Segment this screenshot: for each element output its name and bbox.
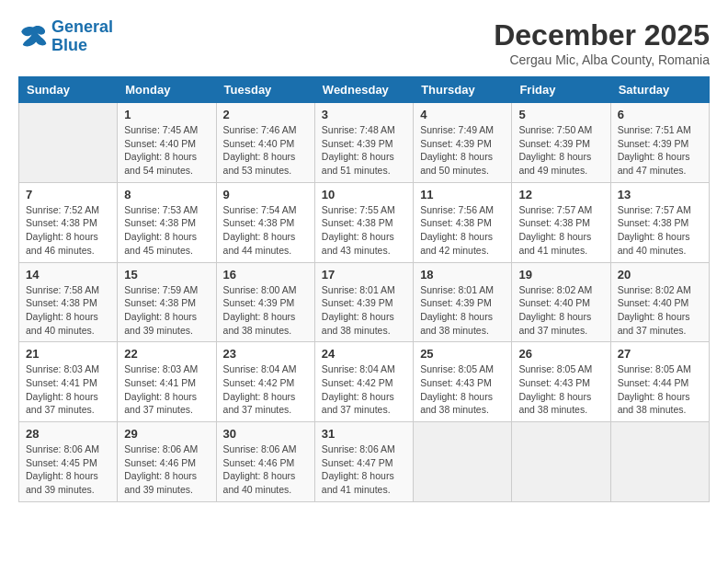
day-number: 13	[618, 188, 702, 201]
day-number: 31	[322, 427, 406, 441]
day-number: 9	[223, 188, 308, 201]
calendar-cell: 30Sunrise: 8:06 AMSunset: 4:46 PMDayligh…	[216, 422, 314, 502]
day-of-week-header: Tuesday	[216, 77, 314, 103]
day-info: Sunrise: 7:51 AMSunset: 4:39 PMDaylight:…	[618, 123, 702, 178]
calendar-cell: 9Sunrise: 7:54 AMSunset: 4:38 PMDaylight…	[216, 182, 314, 262]
calendar-cell: 4Sunrise: 7:49 AMSunset: 4:39 PMDaylight…	[414, 103, 512, 183]
day-number: 22	[124, 347, 209, 361]
day-number: 11	[420, 188, 505, 201]
day-info: Sunrise: 8:06 AMSunset: 4:46 PMDaylight:…	[124, 442, 209, 497]
day-number: 4	[420, 108, 505, 121]
day-info: Sunrise: 7:56 AMSunset: 4:38 PMDaylight:…	[420, 203, 505, 258]
logo-icon	[18, 24, 48, 50]
calendar-cell: 23Sunrise: 8:04 AMSunset: 4:42 PMDayligh…	[216, 342, 314, 422]
calendar-cell: 10Sunrise: 7:55 AMSunset: 4:38 PMDayligh…	[314, 182, 413, 262]
day-info: Sunrise: 8:01 AMSunset: 4:39 PMDaylight:…	[322, 283, 406, 338]
day-number: 20	[618, 268, 702, 282]
day-number: 17	[322, 268, 406, 282]
calendar-cell: 14Sunrise: 7:58 AMSunset: 4:38 PMDayligh…	[19, 262, 118, 342]
day-info: Sunrise: 8:05 AMSunset: 4:44 PMDaylight:…	[618, 362, 702, 417]
day-number: 2	[223, 108, 308, 121]
day-number: 8	[124, 188, 209, 201]
day-number: 28	[26, 427, 110, 441]
calendar-table: SundayMondayTuesdayWednesdayThursdayFrid…	[18, 76, 710, 502]
calendar-cell	[610, 422, 709, 502]
day-number: 18	[420, 268, 505, 282]
day-number: 24	[322, 347, 406, 361]
day-info: Sunrise: 7:53 AMSunset: 4:38 PMDaylight:…	[124, 203, 209, 258]
month-title: December 2025	[494, 18, 710, 52]
day-number: 1	[124, 108, 209, 121]
day-number: 30	[223, 427, 308, 441]
day-number: 26	[518, 347, 603, 361]
day-of-week-header: Friday	[512, 77, 610, 103]
calendar-cell: 7Sunrise: 7:52 AMSunset: 4:38 PMDaylight…	[19, 182, 118, 262]
day-info: Sunrise: 7:57 AMSunset: 4:38 PMDaylight:…	[518, 203, 603, 258]
calendar-week-row: 28Sunrise: 8:06 AMSunset: 4:45 PMDayligh…	[19, 422, 710, 502]
calendar-week-row: 14Sunrise: 7:58 AMSunset: 4:38 PMDayligh…	[19, 262, 710, 342]
calendar-week-row: 7Sunrise: 7:52 AMSunset: 4:38 PMDaylight…	[19, 182, 710, 262]
day-of-week-header: Thursday	[414, 77, 512, 103]
day-number: 25	[420, 347, 505, 361]
day-info: Sunrise: 7:59 AMSunset: 4:38 PMDaylight:…	[124, 283, 209, 338]
day-info: Sunrise: 7:57 AMSunset: 4:38 PMDaylight:…	[618, 203, 702, 258]
calendar-week-row: 21Sunrise: 8:03 AMSunset: 4:41 PMDayligh…	[19, 342, 710, 422]
calendar-cell: 24Sunrise: 8:04 AMSunset: 4:42 PMDayligh…	[314, 342, 413, 422]
logo-text: General Blue	[51, 18, 113, 55]
day-info: Sunrise: 8:02 AMSunset: 4:40 PMDaylight:…	[518, 283, 603, 338]
day-info: Sunrise: 8:03 AMSunset: 4:41 PMDaylight:…	[124, 362, 209, 417]
day-info: Sunrise: 7:45 AMSunset: 4:40 PMDaylight:…	[124, 123, 209, 178]
day-number: 10	[322, 188, 406, 201]
day-number: 7	[26, 188, 110, 201]
calendar-cell	[414, 422, 512, 502]
day-number: 16	[223, 268, 308, 282]
day-of-week-header: Saturday	[610, 77, 709, 103]
calendar-cell	[19, 103, 118, 183]
page-header: General Blue December 2025 Cergau Mic, A…	[18, 18, 710, 67]
day-info: Sunrise: 8:03 AMSunset: 4:41 PMDaylight:…	[26, 362, 110, 417]
calendar-cell: 22Sunrise: 8:03 AMSunset: 4:41 PMDayligh…	[118, 342, 216, 422]
calendar-cell: 26Sunrise: 8:05 AMSunset: 4:43 PMDayligh…	[512, 342, 610, 422]
day-number: 3	[322, 108, 406, 121]
calendar-cell: 21Sunrise: 8:03 AMSunset: 4:41 PMDayligh…	[19, 342, 118, 422]
day-info: Sunrise: 7:50 AMSunset: 4:39 PMDaylight:…	[518, 123, 603, 178]
calendar-cell: 8Sunrise: 7:53 AMSunset: 4:38 PMDaylight…	[118, 182, 216, 262]
calendar-cell: 20Sunrise: 8:02 AMSunset: 4:40 PMDayligh…	[610, 262, 709, 342]
day-of-week-header: Sunday	[19, 77, 118, 103]
calendar-cell	[512, 422, 610, 502]
calendar-cell: 1Sunrise: 7:45 AMSunset: 4:40 PMDaylight…	[118, 103, 216, 183]
day-number: 21	[26, 347, 110, 361]
logo: General Blue	[18, 18, 113, 55]
day-info: Sunrise: 8:01 AMSunset: 4:39 PMDaylight:…	[420, 283, 505, 338]
day-info: Sunrise: 8:04 AMSunset: 4:42 PMDaylight:…	[322, 362, 406, 417]
calendar-cell: 5Sunrise: 7:50 AMSunset: 4:39 PMDaylight…	[512, 103, 610, 183]
day-number: 27	[618, 347, 702, 361]
day-info: Sunrise: 7:46 AMSunset: 4:40 PMDaylight:…	[223, 123, 308, 178]
day-info: Sunrise: 8:04 AMSunset: 4:42 PMDaylight:…	[223, 362, 308, 417]
calendar-cell: 6Sunrise: 7:51 AMSunset: 4:39 PMDaylight…	[610, 103, 709, 183]
day-number: 29	[124, 427, 209, 441]
day-info: Sunrise: 7:58 AMSunset: 4:38 PMDaylight:…	[26, 283, 110, 338]
calendar-cell: 2Sunrise: 7:46 AMSunset: 4:40 PMDaylight…	[216, 103, 314, 183]
calendar-cell: 25Sunrise: 8:05 AMSunset: 4:43 PMDayligh…	[414, 342, 512, 422]
day-number: 15	[124, 268, 209, 282]
day-info: Sunrise: 7:49 AMSunset: 4:39 PMDaylight:…	[420, 123, 505, 178]
calendar-week-row: 1Sunrise: 7:45 AMSunset: 4:40 PMDaylight…	[19, 103, 710, 183]
day-number: 19	[518, 268, 603, 282]
calendar-cell: 13Sunrise: 7:57 AMSunset: 4:38 PMDayligh…	[610, 182, 709, 262]
title-block: December 2025 Cergau Mic, Alba County, R…	[494, 18, 710, 67]
day-of-week-header: Wednesday	[314, 77, 413, 103]
calendar-cell: 19Sunrise: 8:02 AMSunset: 4:40 PMDayligh…	[512, 262, 610, 342]
calendar-cell: 29Sunrise: 8:06 AMSunset: 4:46 PMDayligh…	[118, 422, 216, 502]
calendar-cell: 12Sunrise: 7:57 AMSunset: 4:38 PMDayligh…	[512, 182, 610, 262]
day-of-week-header: Monday	[118, 77, 216, 103]
calendar-header-row: SundayMondayTuesdayWednesdayThursdayFrid…	[19, 77, 710, 103]
day-info: Sunrise: 8:06 AMSunset: 4:47 PMDaylight:…	[322, 442, 406, 497]
calendar-cell: 3Sunrise: 7:48 AMSunset: 4:39 PMDaylight…	[314, 103, 413, 183]
day-info: Sunrise: 8:06 AMSunset: 4:45 PMDaylight:…	[26, 442, 110, 497]
day-number: 6	[618, 108, 702, 121]
day-info: Sunrise: 7:54 AMSunset: 4:38 PMDaylight:…	[223, 203, 308, 258]
day-info: Sunrise: 7:55 AMSunset: 4:38 PMDaylight:…	[322, 203, 406, 258]
calendar-cell: 17Sunrise: 8:01 AMSunset: 4:39 PMDayligh…	[314, 262, 413, 342]
calendar-cell: 15Sunrise: 7:59 AMSunset: 4:38 PMDayligh…	[118, 262, 216, 342]
